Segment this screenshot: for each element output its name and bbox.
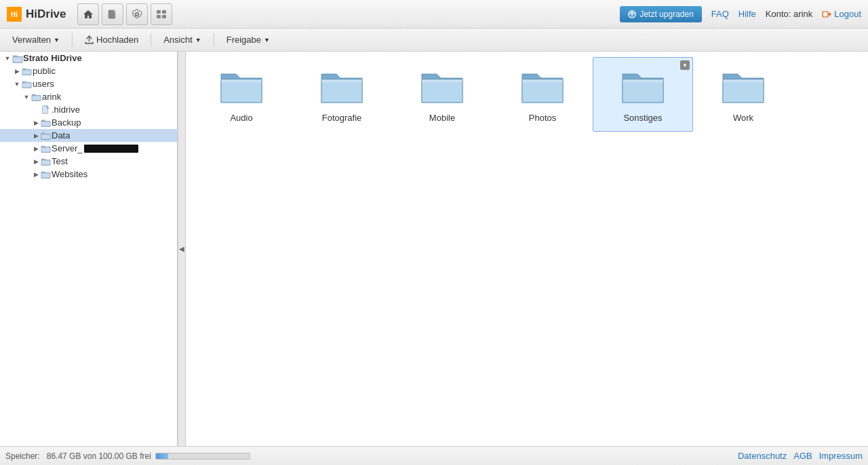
sidebar-item-backup[interactable]: ▶ Backup [0,116,177,129]
folder-fotografie-icon [320,66,363,107]
folder-fotografie[interactable]: Fotografie [292,57,392,132]
server-redacted [84,145,138,153]
header-icons [77,3,172,25]
upgrade-button[interactable]: Jetzt upgraden [620,6,701,22]
sidebar-collapse-handle[interactable]: ◀ [178,52,186,446]
sidebar-item-server[interactable]: ▶ Server_ [0,142,177,155]
folder-audio[interactable]: Audio [191,57,292,132]
home-icon-btn[interactable] [77,3,99,25]
logout-area[interactable]: Logout [822,9,861,19]
data-label: Data [52,130,70,141]
verwalten-label: Verwalten [12,35,51,45]
folder-audio-name: Audio [230,113,252,123]
arink-label: arink [42,92,61,102]
folder-icon-websites [41,170,52,179]
settings-icon-btn[interactable] [126,3,148,25]
toggle-data[interactable]: ▶ [31,131,41,141]
folder-sonstiges[interactable]: ▼ Sonstiges [593,57,693,132]
sidebar-item-arink[interactable]: ▼ arink [0,90,177,103]
toggle-websites[interactable]: ▶ [31,170,41,179]
svg-rect-9 [43,105,48,113]
svg-text:Hi: Hi [11,11,18,18]
sidebar-item-public[interactable]: ▶ public [0,64,177,77]
toggle-server[interactable]: ▶ [31,144,41,153]
strato-label: Strato HiDrive [23,53,82,63]
folder-grid: Audio Fotografie [191,57,863,132]
backup-label: Backup [52,117,81,128]
ansicht-button[interactable]: Ansicht ▼ [157,32,208,48]
folder-icon-backup [41,118,52,128]
storage-text: 86.47 GB von 100.00 GB frei [47,451,151,461]
freigabe-button[interactable]: Freigabe ▼ [220,32,277,48]
header-left: Hi HiDrive [7,3,172,25]
datenschutz-link[interactable]: Datenschutz [738,451,787,461]
freigabe-label: Freigabe [226,35,261,45]
folder-work[interactable]: Work [693,57,793,132]
folder-icon-data [41,131,52,141]
sidebar-item-strato-hidrive[interactable]: ▼ Strato HiDrive [0,52,177,64]
logo-area: Hi HiDrive [7,7,66,22]
toggle-public[interactable]: ▶ [12,67,22,76]
folder-icon-arink [31,92,42,102]
folder-work-icon [722,66,765,107]
logo-icon: Hi [7,7,22,22]
hochladen-button[interactable]: Hochladen [78,32,145,48]
account-label: Konto: arink [766,9,812,19]
folder-icon-users [22,79,33,89]
logo-text: HiDrive [26,7,66,21]
sidebar-item-data[interactable]: ▶ Data [0,129,177,142]
content-area: Audio Fotografie [186,52,868,446]
header-right: Jetzt upgraden FAQ Hilfe Konto: arink Lo… [620,6,861,22]
hilfe-link[interactable]: Hilfe [738,9,756,19]
storage-container: Speicher: 86.47 GB von 100.00 GB frei [5,451,250,461]
sidebar-item-websites[interactable]: ▶ Websites [0,168,177,181]
file-icon-hidrive [41,105,52,115]
folder-photos[interactable]: Photos [492,57,593,132]
dropdown-arrow[interactable]: ▼ [680,60,690,70]
svg-rect-5 [157,15,161,18]
storage-label: Speicher: [5,451,40,461]
folder-sonstiges-name: Sonstiges [623,113,662,123]
folder-icon-test [41,157,52,166]
folder-photos-icon [521,66,564,107]
toolbar: Verwalten ▼ Hochladen Ansicht ▼ Freigabe… [0,29,868,52]
storage-used: 86.47 GB von 100.00 GB frei [47,451,151,461]
toggle-test[interactable]: ▶ [31,157,41,166]
toggle-strato[interactable]: ▼ [3,54,12,63]
upgrade-label: Jetzt upgraden [639,10,693,19]
folder-icon-server [41,144,52,153]
hochladen-label: Hochladen [96,35,138,45]
collapse-arrow: ◀ [179,245,184,253]
folder-mobile[interactable]: Mobile [392,57,492,132]
statusbar: Speicher: 86.47 GB von 100.00 GB frei Da… [0,446,868,465]
storage-bar [155,453,250,460]
files-icon-btn[interactable] [102,3,123,25]
folder-mobile-name: Mobile [429,113,455,123]
toggle-arink[interactable]: ▼ [22,92,31,102]
freigabe-arrow: ▼ [264,37,270,43]
sidebar-item-hidrive[interactable]: ▶ .hidrive [0,103,177,116]
toggle-users[interactable]: ▼ [12,79,22,89]
impressum-link[interactable]: Impressum [819,451,863,461]
svg-rect-4 [162,10,166,14]
verwalten-arrow: ▼ [54,37,60,43]
users-label: users [33,79,54,89]
footer-links: Datenschutz AGB Impressum [738,451,863,461]
view-icon-btn[interactable] [151,3,172,25]
websites-label: Websites [52,169,87,179]
toggle-backup[interactable]: ▶ [31,118,41,128]
folder-photos-name: Photos [529,113,556,123]
verwalten-button[interactable]: Verwalten ▼ [5,32,66,48]
sidebar-item-test[interactable]: ▶ Test [0,155,177,168]
svg-rect-3 [157,10,161,14]
svg-rect-8 [823,12,828,17]
toolbar-sep-3 [214,33,214,47]
sidebar-item-users[interactable]: ▼ users [0,77,177,90]
test-label: Test [52,156,68,166]
hidrive-label: .hidrive [52,105,80,115]
agb-link[interactable]: AGB [793,451,812,461]
folder-icon-strato [12,54,23,63]
folder-work-name: Work [733,113,753,123]
main: ▼ Strato HiDrive ▶ public ▼ users ▼ arin… [0,52,868,446]
faq-link[interactable]: FAQ [711,9,729,19]
